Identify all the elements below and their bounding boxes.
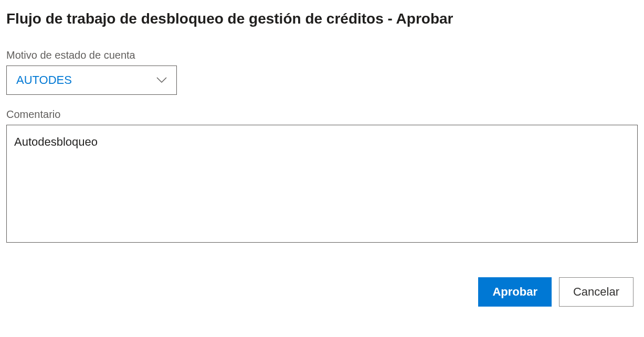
comment-label: Comentario — [6, 108, 638, 121]
dialog-title: Flujo de trabajo de desbloqueo de gestió… — [6, 10, 638, 27]
reason-label: Motivo de estado de cuenta — [6, 49, 638, 61]
comment-textarea[interactable] — [6, 125, 638, 243]
comment-field-group: Comentario — [6, 108, 638, 245]
reason-dropdown[interactable]: AUTODES — [6, 66, 177, 95]
cancel-button[interactable]: Cancelar — [559, 277, 634, 307]
reason-dropdown-value: AUTODES — [16, 73, 72, 87]
button-row: Aprobar Cancelar — [6, 277, 638, 307]
approve-button[interactable]: Aprobar — [478, 277, 552, 307]
chevron-down-icon — [156, 77, 167, 83]
reason-field-group: Motivo de estado de cuenta AUTODES — [6, 49, 638, 95]
